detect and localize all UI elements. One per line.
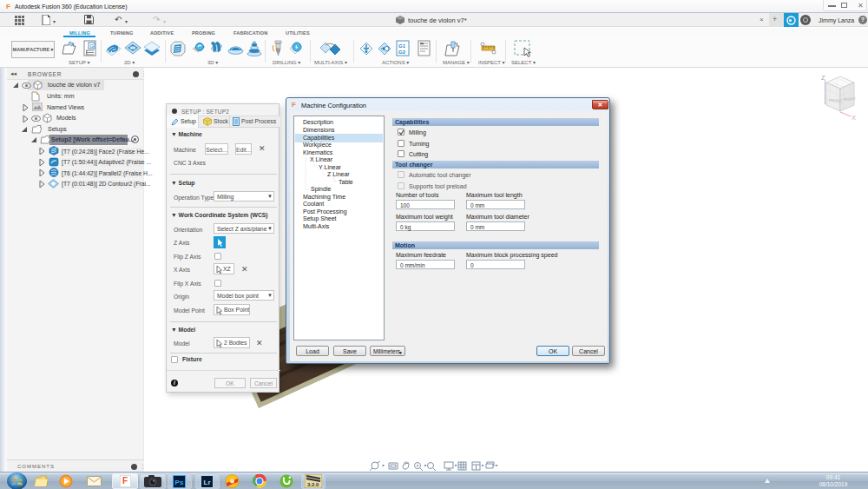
svg-text:RIGHT: RIGHT	[844, 96, 856, 102]
svg-text:X: X	[852, 114, 856, 122]
svg-text:3.2.0: 3.2.0	[307, 482, 319, 487]
svg-text:G2: G2	[398, 50, 406, 55]
svg-text:G1: G1	[398, 43, 406, 49]
svg-text:G: G	[90, 43, 95, 49]
svg-text:Z: Z	[821, 74, 825, 82]
svg-text:FRONT: FRONT	[829, 98, 843, 103]
